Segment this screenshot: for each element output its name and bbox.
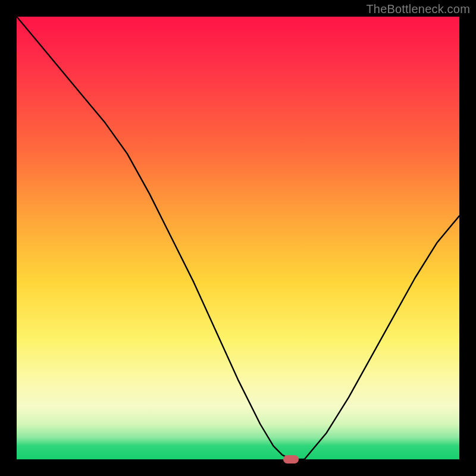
chart-frame: TheBottleneck.com <box>0 0 476 476</box>
plot-area <box>17 17 459 459</box>
watermark-text: TheBottleneck.com <box>366 2 470 16</box>
minimum-marker <box>283 455 299 464</box>
bottleneck-curve <box>17 17 459 459</box>
